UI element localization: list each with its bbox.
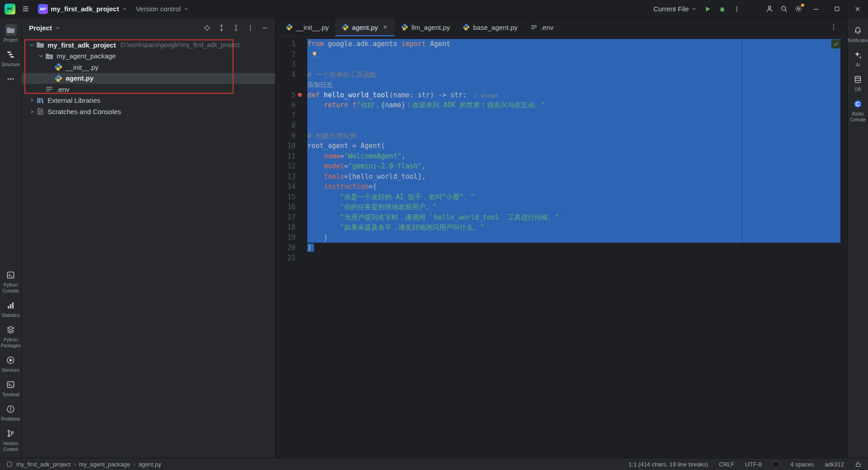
hide-panel-button[interactable] [259,22,271,34]
code-line-21: 21 [276,253,847,264]
tree-item-external-libraries[interactable]: External Libraries [22,95,275,106]
tool-button-notifications[interactable]: Notifications [847,22,868,46]
code-with-me-button[interactable] [762,2,777,16]
inspection-status-icon[interactable] [831,39,840,48]
chevron-right-icon[interactable] [27,97,36,104]
run-configuration-selector[interactable]: Current File [650,2,701,16]
chevron-right-icon[interactable] [27,108,36,115]
comate-status-icon[interactable] [773,461,779,468]
more-actions-button[interactable] [730,2,744,16]
comate-inline-hint[interactable]: 添加日志 [307,81,333,88]
editor-gutter[interactable]: 12 [276,161,307,172]
editor-gutter[interactable]: 5 [276,90,307,101]
options-button[interactable] [244,22,256,34]
editor-tab-agent-py[interactable]: agent.py [335,18,395,36]
editor-gutter[interactable]: 10 [276,141,307,151]
tool-button-db[interactable]: DB [847,71,868,95]
chevron-down-icon[interactable] [36,53,45,59]
maximize-button[interactable] [826,0,847,18]
file-encoding[interactable]: UTF-8 [745,461,762,468]
editor-gutter[interactable]: 2 [276,49,307,60]
project-panel-title[interactable]: Project [29,24,52,32]
main-menu-button[interactable] [18,2,33,16]
search-everywhere-button[interactable] [777,2,791,16]
tree-item-label: my_first_adk_project [48,41,116,49]
tool-button-terminal[interactable]: Terminal [0,376,21,400]
debug-button[interactable] [715,2,730,16]
gutter-marker-icon[interactable] [298,93,302,97]
code-editor[interactable]: 1from google.adk.agents import Agent234#… [276,37,847,458]
editor-tab-llm-agent-py[interactable]: llm_agent.py [395,18,456,36]
indent-style[interactable]: 4 spaces [790,461,814,468]
editor-gutter[interactable]: 17 [276,212,307,223]
editor-gutter[interactable]: 19 [276,233,307,243]
collapse-all-button[interactable] [230,22,242,34]
tree-item-scratches-and-consoles[interactable]: Scratches and Consoles [22,106,275,117]
editor-gutter[interactable]: 21 [276,253,307,264]
editor-gutter[interactable]: 16 [276,202,307,212]
breadcrumb-item[interactable]: my_first_adk_project [16,461,71,468]
tool-button-ai[interactable]: AI [847,46,868,71]
editor-tabs: __init__.pyagent.pyllm_agent.pybase_agen… [279,18,560,36]
code-line-9: 9# 创建代理实例 [276,131,847,141]
project-badge: MP [38,4,48,14]
editor-gutter[interactable]: 15 [276,192,307,202]
code-line-16: 16 "你的任务是热情地欢迎用户。" [276,202,847,212]
editor-gutter[interactable]: 8 [276,120,307,131]
tool-button-more-tools[interactable] [0,70,21,87]
minimize-button[interactable] [806,0,826,18]
editor-tab-env[interactable]: .env [524,18,560,36]
tree-item-init-py[interactable]: __init__.py [22,62,275,73]
breadcrumb-item[interactable]: my_agent_package [79,461,130,468]
close-button[interactable] [847,0,868,18]
tree-item-my-agent-package[interactable]: my_agent_package [22,51,275,62]
editor-gutter[interactable]: 11 [276,151,307,162]
chevron-down-icon[interactable] [27,42,36,48]
locate-file-button[interactable] [201,22,213,34]
tree-item-env[interactable]: .env [22,84,275,95]
tree-item-agent-py[interactable]: agent.py [22,73,275,84]
tool-button-version-control[interactable]: Version Control [0,425,21,455]
caret-position[interactable]: 1:1 (414 chars, 19 line breaks) [629,461,708,468]
intention-bulb-icon[interactable] [311,51,318,58]
tool-button-python-console[interactable]: Python Console [0,266,21,297]
tree-item-my-first-adk-project[interactable]: my_first_adk_projectD:\workspace\google\… [22,39,275,51]
breadcrumb-item[interactable]: agent.py [138,461,161,468]
tree-item-label: External Libraries [48,96,100,104]
console-icon [5,269,17,281]
tab-options-button[interactable] [830,24,837,31]
expand-all-button[interactable] [215,22,227,34]
tool-button-project[interactable]: Project [0,21,21,46]
editor-gutter[interactable]: 1 [276,39,307,49]
lock-icon[interactable] [855,461,862,468]
line-separator[interactable]: CRLF [719,461,734,468]
tool-button-services[interactable]: Services [0,351,21,376]
settings-button[interactable] [791,2,806,16]
editor-gutter[interactable]: 4 [276,70,307,80]
run-button[interactable] [701,2,715,16]
editor-gutter[interactable]: 9 [276,131,307,141]
editor-gutter[interactable]: 14 [276,182,307,192]
code-token: =[hello_world_tool], [344,173,426,181]
tool-button-statistics[interactable]: Statistics [0,297,21,321]
project-widget[interactable]: MP my_first_adk_project [35,2,130,16]
tool-button-python-packages[interactable]: Python Packages [0,321,21,351]
code-token [307,182,324,191]
editor-gutter[interactable]: 20 [276,243,307,253]
editor-gutter[interactable]: 13 [276,172,307,182]
editor-gutter[interactable]: 18 [276,222,307,233]
tool-button-baidu-comate[interactable]: Baidu Comate [847,95,868,125]
vcs-widget[interactable]: Version control [133,2,192,16]
editor-gutter[interactable]: 6 [276,100,307,110]
close-tab-icon[interactable] [382,24,388,30]
python-interpreter[interactable]: adk312 [825,461,844,468]
editor-gutter[interactable]: 7 [276,110,307,121]
editor-gutter[interactable] [276,80,307,90]
editor-tab-base-agent-py[interactable]: base_agent.py [456,18,524,36]
chevron-down-icon[interactable] [55,25,61,31]
tool-button-problems[interactable]: Problems [0,400,21,425]
tool-button-structure[interactable]: Structure [0,46,21,70]
editor-tab-init-py[interactable]: __init__.py [279,18,335,36]
line-content: ) [307,243,847,253]
editor-gutter[interactable]: 3 [276,59,307,70]
